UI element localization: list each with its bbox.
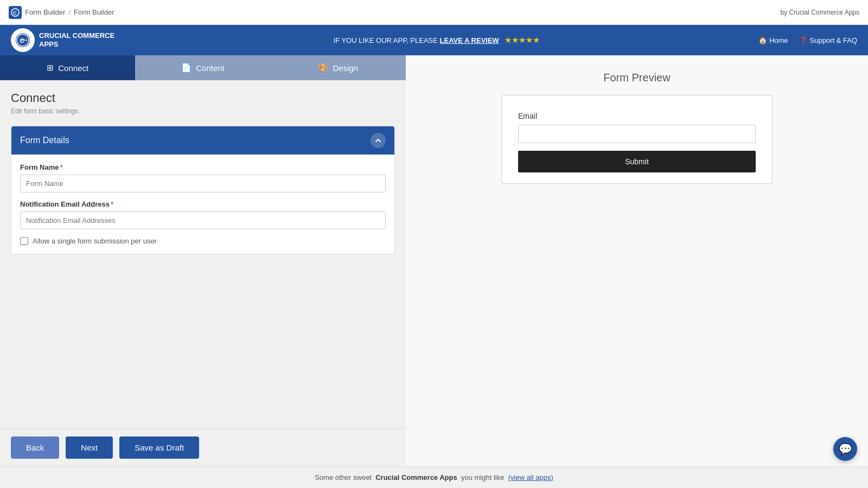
form-details-card: Form Details Form Name* [11,126,395,254]
footer-text-suffix: you might like [461,473,504,481]
home-link[interactable]: 🏠 Home [758,36,788,44]
content-area: Connect Edit form basic settings. Form D… [0,80,406,428]
preview-email-input[interactable] [518,125,756,143]
notification-email-group: Notification Email Address* [20,200,386,229]
nav-logo: C CRUCIAL COMMERCE APPS [11,28,114,52]
form-name-label: Form Name* [20,163,386,171]
left-panel: ⊞ Connect 📄 Content 🎨 Design Connect Edi… [0,55,406,466]
bottom-bar: Back Next Save as Draft [0,428,406,466]
star-rating: ★★★★★ [505,35,540,44]
back-button[interactable]: Back [11,436,59,459]
home-icon: 🏠 [758,36,767,44]
tab-connect[interactable]: ⊞ Connect [0,55,135,80]
section-title: Connect [11,91,395,105]
next-button[interactable]: Next [66,436,113,459]
leave-review-link[interactable]: LEAVE A REVIEW [440,36,499,44]
single-submission-row: Allow a single form submission per user [20,237,386,245]
footer-bar: Some other sweet Crucial Commerce Apps y… [0,466,868,488]
tab-content[interactable]: 📄 Content [135,55,270,80]
nav-links: 🏠 Home ❓ Support & FAQ [758,36,857,44]
section-subtitle: Edit form basic settings. [11,107,395,115]
form-preview-box: Email Submit [501,95,773,184]
save-draft-button[interactable]: Save as Draft [119,436,199,459]
form-name-group: Form Name* [20,163,386,192]
preview-title: Form Preview [603,72,670,84]
footer-text-prefix: Some other sweet [315,473,372,481]
nav-bar: C CRUCIAL COMMERCE APPS IF YOU LIKE OUR … [0,25,868,55]
breadcrumb-item1[interactable]: Form Builder [25,8,65,16]
preview-email-label: Email [518,112,756,120]
support-icon: ❓ [799,36,808,44]
nav-logo-text: CRUCIAL COMMERCE APPS [39,31,114,48]
notification-email-label: Notification Email Address* [20,200,386,208]
preview-submit-button[interactable]: Submit [518,151,756,172]
single-submission-label: Allow a single form submission per user [33,237,157,245]
card-body: Form Name* Notification Email Address* [11,155,394,254]
chat-bubble[interactable]: 💬 [833,437,857,461]
file-icon: 📄 [181,63,192,73]
view-all-apps-link[interactable]: (view all apps) [508,473,553,481]
svg-text:C: C [13,10,17,16]
app-logo-small: C [9,6,22,19]
by-label: by Crucial Commerce Apps [781,9,859,16]
footer-brand: Crucial Commerce Apps [375,473,457,481]
tab-design[interactable]: 🎨 Design [271,55,406,80]
nav-promo: IF YOU LIKE OUR APP, PLEASE LEAVE A REVI… [334,35,540,45]
main-layout: ⊞ Connect 📄 Content 🎨 Design Connect Edi… [0,55,868,466]
tabs-bar: ⊞ Connect 📄 Content 🎨 Design [0,55,406,80]
card-header: Form Details [11,126,394,155]
breadcrumb: C Form Builder / Form Builder [9,6,114,19]
layers-icon: ⊞ [47,63,54,73]
notification-email-input[interactable] [20,211,386,229]
support-link[interactable]: ❓ Support & FAQ [799,36,857,44]
card-header-title: Form Details [20,136,69,145]
breadcrumb-separator: / [68,8,71,16]
top-bar: C Form Builder / Form Builder by Crucial… [0,0,868,25]
single-submission-checkbox[interactable] [20,237,28,245]
collapse-button[interactable] [371,133,386,148]
brush-icon: 🎨 [318,63,328,73]
right-panel: Form Preview Email Submit [406,55,868,466]
chat-icon: 💬 [839,442,852,455]
nav-logo-icon: C [11,28,35,52]
breadcrumb-item2: Form Builder [74,8,114,16]
form-name-input[interactable] [20,175,386,192]
